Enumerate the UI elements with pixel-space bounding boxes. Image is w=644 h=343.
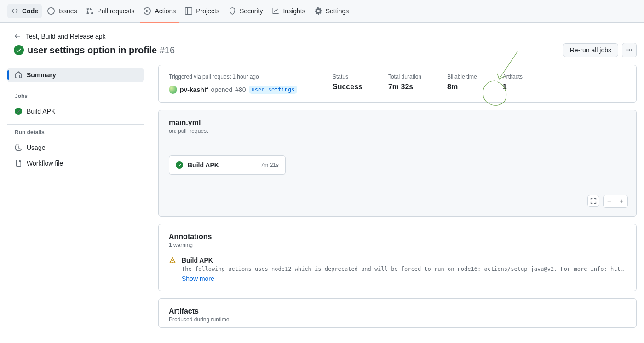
duration-value[interactable]: 7m 32s: [388, 83, 421, 91]
tab-actions-label: Actions: [155, 7, 176, 15]
page-title: user settings option in profile #16: [28, 45, 175, 56]
annotation-message: The following actions uses node12 which …: [182, 266, 626, 272]
tab-insights-label: Insights: [283, 7, 305, 15]
artifacts-value[interactable]: 1: [503, 83, 523, 91]
workflow-on: on: pull_request: [169, 128, 626, 134]
sidebar-item-usage[interactable]: Usage: [7, 140, 144, 155]
sidebar-usage-label: Usage: [27, 144, 45, 151]
repo-tabs: Code Issues Pull requests Actions Projec…: [0, 0, 644, 23]
breadcrumb-workflow[interactable]: Test, Build and Release apk: [26, 33, 106, 40]
tab-pulls[interactable]: Pull requests: [82, 4, 138, 18]
tab-settings[interactable]: Settings: [311, 4, 353, 18]
annotations-card: Annotations 1 warning Build APK The foll…: [158, 224, 637, 291]
breadcrumb: Test, Build and Release apk: [14, 33, 637, 40]
workflow-graph-card: main.yml on: pull_request Build APK 7m 2…: [158, 110, 637, 217]
sidebar-item-build-apk[interactable]: Build APK: [7, 104, 144, 119]
artifacts-label: Artifacts: [503, 74, 523, 80]
back-icon[interactable]: [14, 33, 21, 40]
tab-actions[interactable]: Actions: [140, 4, 179, 18]
summary-card: Triggered via pull request 1 hour ago pv…: [158, 65, 637, 103]
sidebar-jobs-heading: Jobs: [7, 93, 144, 103]
artifacts-card: Artifacts Produced during runtime: [158, 298, 637, 328]
tab-projects-label: Projects: [196, 7, 219, 15]
git-pull-request-icon: [86, 7, 93, 15]
pr-ref[interactable]: #80: [235, 86, 246, 93]
sidebar-item-summary[interactable]: Summary: [7, 68, 144, 82]
warning-icon: [169, 257, 176, 265]
zoom-out-button[interactable]: −: [604, 195, 615, 207]
main-content: Triggered via pull request 1 hour ago pv…: [158, 65, 637, 328]
action-word: opened: [211, 86, 232, 93]
sidebar-item-workflow-file[interactable]: Workflow file: [7, 156, 144, 171]
zoom-in-button[interactable]: +: [615, 195, 627, 207]
code-icon: [11, 7, 18, 15]
tab-insights[interactable]: Insights: [268, 4, 309, 18]
tab-issues[interactable]: Issues: [44, 4, 80, 18]
billable-value[interactable]: 8m: [447, 83, 477, 91]
job-node-build-apk[interactable]: Build APK 7m 21s: [169, 155, 286, 175]
gear-icon: [315, 7, 322, 15]
tab-security[interactable]: Security: [225, 4, 267, 18]
annotations-count: 1 warning: [169, 242, 626, 248]
tab-projects[interactable]: Projects: [181, 4, 223, 18]
sidebar-workflow-file-label: Workflow file: [27, 160, 63, 167]
tab-code-label: Code: [22, 7, 38, 15]
tab-issues-label: Issues: [58, 7, 77, 15]
workflow-file-name: main.yml: [169, 119, 626, 127]
run-number: #16: [160, 45, 175, 55]
tab-pulls-label: Pull requests: [97, 7, 134, 15]
job-node-time: 7m 21s: [261, 162, 279, 168]
annotation-title[interactable]: Build APK: [182, 257, 626, 264]
artifacts-heading: Artifacts: [169, 307, 626, 315]
graph-icon: [272, 7, 279, 15]
status-label: Status: [333, 74, 362, 80]
tab-settings-label: Settings: [326, 7, 349, 15]
sidebar-run-details-heading: Run details: [7, 129, 144, 139]
branch-label[interactable]: user-settings: [249, 86, 298, 94]
sidebar-summary-label: Summary: [27, 71, 56, 79]
avatar[interactable]: [169, 86, 177, 94]
tab-code[interactable]: Code: [7, 4, 42, 18]
sidebar-build-apk-label: Build APK: [27, 108, 55, 115]
triggered-label: Triggered via pull request 1 hour ago: [169, 74, 307, 80]
duration-label: Total duration: [388, 74, 421, 80]
table-icon: [185, 7, 192, 15]
job-node-success-icon: [176, 161, 183, 169]
fullscreen-button[interactable]: [587, 195, 599, 207]
annotations-heading: Annotations: [169, 233, 626, 241]
status-value: Success: [333, 83, 362, 91]
tab-security-label: Security: [240, 7, 263, 15]
shield-icon: [229, 7, 236, 15]
kebab-menu[interactable]: [622, 43, 637, 57]
actor-link[interactable]: pv-kashif: [180, 86, 208, 93]
show-more-link[interactable]: Show more: [182, 275, 214, 282]
billable-label: Billable time: [447, 74, 477, 80]
rerun-button[interactable]: Re-run all jobs: [563, 43, 618, 57]
job-success-icon: [15, 108, 22, 115]
sidebar: Summary Jobs Build APK Run details Usage: [7, 65, 144, 328]
play-icon: [144, 7, 151, 15]
job-node-name: Build APK: [188, 161, 219, 169]
status-success-icon: [14, 45, 24, 55]
issues-icon: [47, 7, 55, 15]
artifacts-sub: Produced during runtime: [169, 316, 626, 323]
